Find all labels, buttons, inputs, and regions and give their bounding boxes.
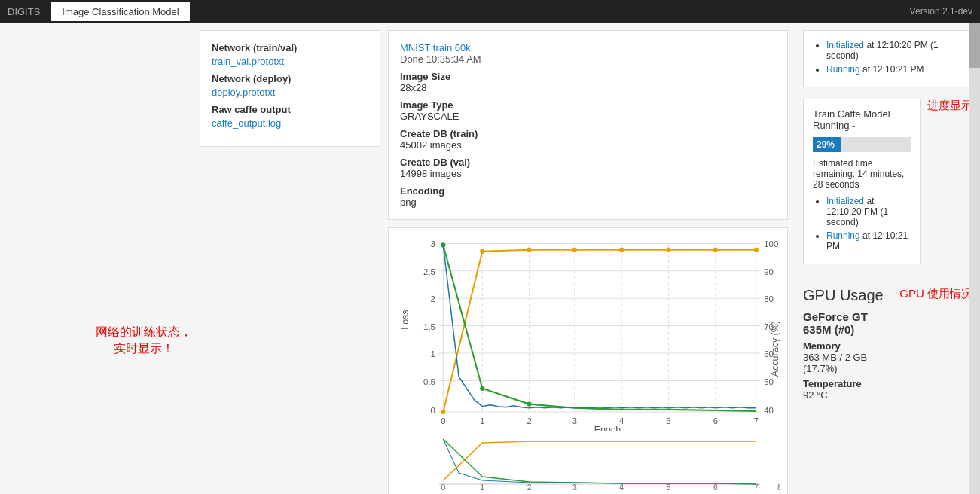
gpu-memory-value: 363 MB / 2 GB (17.7%) (803, 352, 896, 374)
brand-logo: DIGITS (8, 6, 40, 17)
center-panel: MNIST train 60k Done 10:35:34 AM Image S… (380, 23, 795, 494)
scrollbar[interactable] (969, 0, 980, 494)
svg-text:8: 8 (777, 483, 780, 492)
train-val-link[interactable]: train_val.prototxt (212, 56, 368, 67)
dataset-info: MNIST train 60k Done 10:35:34 AM Image S… (388, 30, 788, 220)
svg-text:6: 6 (713, 416, 718, 425)
image-type-label: Image Type (400, 99, 776, 111)
encoding-label: Encoding (400, 185, 776, 197)
svg-text:50: 50 (764, 377, 774, 386)
image-size-label: Image Size (400, 71, 776, 82)
svg-text:3: 3 (572, 483, 577, 492)
status-item-running: Running at 12:10:21 PM (826, 64, 963, 75)
train-progress-box: Train Caffe Model Running - 29% Estimate… (803, 99, 921, 264)
initialized-link2[interactable]: Initialized (826, 196, 864, 206)
version-label: Version 2.1-dev (910, 6, 972, 17)
create-db-train-value: 45002 images (400, 139, 776, 151)
scrollbar-thumb[interactable] (969, 23, 980, 68)
svg-text:Loss: Loss (400, 310, 411, 329)
svg-point-45 (619, 248, 624, 252)
svg-text:1.5: 1.5 (423, 322, 435, 331)
status-list-main: Initialized at 12:10:20 PM (1 second) Ru… (813, 196, 911, 252)
gpu-temp-label: Temperature (803, 378, 896, 389)
svg-text:7: 7 (754, 483, 759, 492)
svg-point-42 (480, 249, 484, 254)
svg-text:100: 100 (764, 239, 778, 249)
svg-text:0: 0 (431, 406, 435, 415)
active-tab[interactable]: Image Classification Model (51, 2, 189, 21)
chart-container: 3 2.5 2 1.5 1 0.5 0 100 90 80 70 60 50 (388, 227, 788, 494)
progress-annotation: 进度显示 (927, 99, 972, 113)
status-item-init2: Initialized at 12:10:20 PM (1 second) (826, 196, 911, 227)
svg-text:1: 1 (431, 349, 435, 358)
left-panel: Network (train/val) train_val.prototxt N… (200, 30, 380, 147)
main-chart-svg: 3 2.5 2 1.5 1 0.5 0 100 90 80 70 60 50 (396, 236, 780, 431)
progress-label: 29% (817, 139, 835, 150)
svg-text:4: 4 (619, 483, 624, 492)
svg-point-48 (754, 248, 759, 252)
status-item-initialized: Initialized at 12:10:20 PM (1 second) (826, 40, 963, 61)
svg-text:7: 7 (754, 416, 759, 425)
train-state-annotation: 网络的训练状态，实时显示！ (96, 324, 192, 358)
gpu-usage-annotation: GPU 使用情况 (899, 287, 972, 301)
train-status-top: Initialized at 12:10:20 PM (1 second) Ru… (803, 30, 972, 87)
svg-text:80: 80 (764, 294, 774, 303)
raw-caffe-label: Raw caffe output (212, 104, 368, 115)
gpu-name: GeForce GT 635M (#0) (803, 310, 896, 336)
mini-chart-svg: 0 1 2 3 4 5 6 7 8 (396, 435, 780, 492)
caffe-log-link[interactable]: caffe_output.log (212, 117, 368, 129)
svg-text:0.5: 0.5 (423, 377, 435, 386)
svg-text:3: 3 (572, 416, 577, 425)
left-annotation-area: 网络的训练状态，实时显示！ (0, 23, 200, 494)
right-panel: Initialized at 12:10:20 PM (1 second) Ru… (795, 23, 980, 494)
gpu-temp-value: 92 °C (803, 389, 896, 401)
progress-bar: 29% (813, 137, 911, 152)
done-time: 10:35:34 AM (426, 53, 481, 65)
svg-point-43 (527, 248, 531, 252)
svg-text:90: 90 (764, 267, 774, 276)
svg-point-44 (572, 248, 577, 252)
image-size-value: 28x28 (400, 82, 776, 93)
progress-bar-fill: 29% (813, 137, 841, 152)
encoding-value: png (400, 197, 776, 208)
deploy-link[interactable]: deploy.prototxt (212, 87, 368, 98)
mini-chart: 0 1 2 3 4 5 6 7 8 (396, 435, 780, 492)
svg-text:5: 5 (667, 483, 671, 492)
running-link2[interactable]: Running (826, 230, 860, 241)
image-type-value: GRAYSCALE (400, 111, 776, 122)
svg-point-41 (441, 410, 445, 414)
svg-text:Epoch: Epoch (594, 425, 621, 431)
svg-text:3: 3 (431, 239, 435, 249)
dataset-link[interactable]: MNIST train 60k (400, 42, 471, 53)
main-content: Network (train/val) train_val.prototxt N… (200, 23, 980, 494)
network-deploy-label: Network (deploy) (212, 73, 368, 84)
train-status-main: Train Caffe Model Running - 29% Estimate… (803, 99, 921, 276)
svg-text:5: 5 (666, 416, 670, 425)
train-status-header: Train Caffe Model Running - (813, 108, 911, 131)
svg-point-51 (527, 401, 531, 406)
create-db-train-label: Create DB (train) (400, 128, 776, 139)
network-train-label: Network (train/val) (212, 42, 368, 53)
done-label: Done (400, 53, 423, 65)
svg-text:2: 2 (527, 483, 532, 492)
svg-text:6: 6 (713, 483, 718, 492)
svg-text:0: 0 (441, 416, 445, 425)
svg-text:2: 2 (527, 416, 531, 425)
svg-text:4: 4 (619, 416, 624, 425)
svg-text:Accuracy (%): Accuracy (%) (770, 321, 780, 377)
svg-point-46 (666, 248, 670, 252)
gpu-section: GPU Usage GeForce GT 635M (#0) Memory 36… (803, 287, 972, 404)
svg-text:2: 2 (431, 294, 435, 303)
svg-text:1: 1 (480, 416, 484, 425)
svg-text:1: 1 (480, 483, 484, 492)
create-db-val-value: 14998 images (400, 168, 776, 179)
status-list-top: Initialized at 12:10:20 PM (1 second) Ru… (813, 40, 963, 75)
top-nav: DIGITS Image Classification Model Versio… (0, 0, 980, 23)
gpu-memory-label: Memory (803, 340, 896, 352)
svg-text:40: 40 (764, 406, 774, 415)
main-chart: 3 2.5 2 1.5 1 0.5 0 100 90 80 70 60 50 (396, 236, 780, 431)
initialized-link[interactable]: Initialized (826, 40, 864, 50)
svg-text:2.5: 2.5 (423, 267, 435, 276)
create-db-val-label: Create DB (val) (400, 157, 776, 168)
running-link[interactable]: Running (826, 64, 860, 75)
